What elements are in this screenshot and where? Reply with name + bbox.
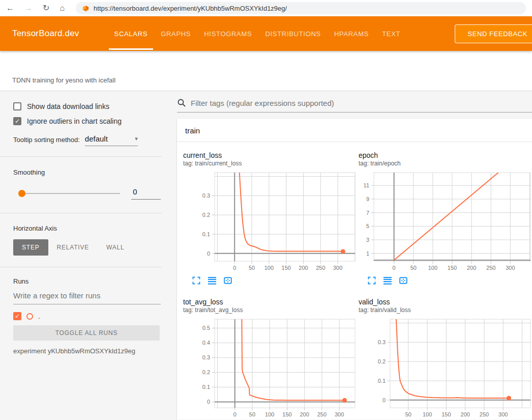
expand-chart-icon[interactable] [192, 276, 200, 285]
smoothing-value-input[interactable]: 0 [131, 187, 161, 200]
tooltip-sorting-label: Tooltip sorting method: [13, 136, 80, 146]
svg-text:200: 200 [461, 411, 470, 417]
svg-text:0.2: 0.2 [202, 212, 210, 218]
tooltip-sorting-select[interactable]: default ▾ [85, 134, 138, 146]
svg-text:50: 50 [249, 411, 255, 417]
svg-text:9: 9 [366, 196, 369, 202]
svg-text:150: 150 [282, 411, 291, 417]
svg-text:0.2: 0.2 [378, 358, 386, 365]
svg-text:0: 0 [233, 411, 237, 417]
smoothing-slider[interactable] [19, 193, 120, 194]
svg-text:0.1: 0.1 [378, 378, 386, 384]
svg-text:200: 200 [299, 265, 308, 271]
ignore-outliers-row[interactable]: ✓ Ignore outliers in chart scaling [13, 117, 161, 125]
chart-tag: tag: train/epoch [359, 160, 531, 167]
tab-distributions[interactable]: DISTRIBUTIONS [258, 16, 328, 51]
svg-text:0: 0 [207, 399, 210, 405]
brand-logo[interactable]: TensorBoard.dev [12, 29, 79, 39]
tab-graphs[interactable]: GRAPHS [154, 16, 197, 51]
smoothing-slider-thumb[interactable] [18, 190, 25, 197]
browser-home-icon[interactable]: ⌂ [60, 4, 65, 12]
chart-actions [192, 276, 356, 285]
tag-filter-input[interactable] [191, 99, 532, 107]
svg-text:50: 50 [405, 411, 411, 417]
svg-text:250: 250 [316, 265, 325, 271]
expand-chart-icon[interactable] [368, 276, 376, 285]
toggle-all-runs-button[interactable]: TOGGLE ALL RUNS [13, 325, 160, 341]
ignore-outliers-checkbox[interactable]: ✓ [13, 117, 21, 125]
svg-text:200: 200 [467, 265, 476, 271]
svg-text:0.3: 0.3 [378, 339, 386, 345]
svg-text:7: 7 [366, 210, 369, 216]
check-icon: ✓ [15, 313, 20, 319]
svg-text:11: 11 [364, 182, 369, 188]
chart-plot-epoch[interactable]: 0501001502002503001357911 [359, 172, 531, 271]
svg-text:100: 100 [423, 411, 432, 417]
axis-step-button[interactable]: STEP [13, 239, 48, 256]
chart-card-valid_loss: valid_losstag: train/valid_loss501001502… [359, 298, 531, 419]
run-checkbox[interactable]: ✓ [13, 312, 21, 320]
show-download-links-label: Show data download links [27, 102, 109, 110]
svg-text:0.2: 0.2 [202, 369, 210, 375]
svg-text:300: 300 [333, 265, 342, 271]
show-download-links-row[interactable]: Show data download links [13, 102, 161, 110]
fit-domain-icon[interactable] [399, 276, 407, 285]
svg-text:300: 300 [335, 411, 344, 417]
app-header: TensorBoard.dev SCALARS GRAPHS HISTOGRAM… [0, 16, 532, 51]
check-icon: ✓ [15, 118, 20, 124]
send-feedback-button[interactable]: SEND FEEDBACK [455, 24, 532, 43]
chart-plot-tot_avg_loss[interactable]: 05010015020025030000.10.20.30.40.5 [183, 318, 356, 418]
svg-text:1: 1 [366, 250, 369, 257]
tag-filter-row [177, 98, 532, 113]
charts-grid: current_losstag: train/current_loss05010… [177, 142, 532, 419]
svg-text:300: 300 [506, 265, 515, 271]
svg-text:0.5: 0.5 [202, 325, 210, 331]
svg-text:0.1: 0.1 [202, 384, 210, 390]
tab-text[interactable]: TEXT [375, 16, 407, 51]
axis-wall-button[interactable]: WALL [98, 239, 133, 256]
run-row[interactable]: ✓ . [13, 312, 161, 320]
tab-scalars[interactable]: SCALARS [108, 16, 155, 51]
chart-plot-current_loss[interactable]: 05010015020025030000.10.20.3 [183, 172, 356, 271]
svg-text:250: 250 [480, 411, 489, 417]
chart-tag: tag: train/current_loss [183, 160, 356, 167]
browser-reload-icon[interactable]: ↻ [43, 4, 49, 12]
fit-domain-icon[interactable] [224, 276, 232, 285]
url-text[interactable]: https://tensorboard.dev/experiment/yKUbh… [94, 5, 287, 12]
runs-label: Runs [13, 277, 161, 285]
train-group-header[interactable]: train [177, 119, 532, 142]
chevron-down-icon: ▾ [135, 135, 138, 142]
browser-back-icon[interactable]: ← [6, 4, 14, 12]
browser-forward-icon[interactable]: → [24, 4, 33, 12]
experiment-subtitle-band: TDNN training for yesno with icefall [0, 51, 532, 91]
horizontal-axis-label: Horizontal Axis [13, 225, 161, 232]
axis-relative-button[interactable]: RELATIVE [48, 239, 98, 256]
chart-card-epoch: epochtag: train/epoch0501001502002503001… [359, 151, 531, 285]
chart-title: valid_loss [359, 298, 531, 306]
train-group-card: train current_losstag: train/current_los… [177, 119, 532, 419]
chart-plot-valid_loss[interactable]: 5010015020025030000.10.20.3 [359, 318, 531, 418]
chart-title: tot_avg_loss [183, 298, 356, 306]
svg-text:150: 150 [282, 265, 291, 271]
log-scale-icon[interactable] [208, 276, 216, 285]
chart-card-tot_avg_loss: tot_avg_losstag: train/tot_avg_loss05010… [183, 298, 356, 419]
svg-text:250: 250 [486, 265, 495, 271]
tooltip-sorting-value: default [85, 134, 108, 143]
svg-text:100: 100 [264, 265, 274, 271]
show-download-links-checkbox[interactable] [13, 102, 21, 110]
svg-text:0.3: 0.3 [202, 354, 210, 360]
chart-actions [368, 276, 531, 285]
nav-tabs: SCALARS GRAPHS HISTOGRAMS DISTRIBUTIONS … [108, 16, 407, 51]
log-scale-icon[interactable] [383, 276, 392, 285]
address-bar[interactable]: https://tensorboard.dev/experiment/yKUbh… [76, 2, 526, 14]
svg-text:0: 0 [393, 265, 396, 271]
tab-hparams[interactable]: HPARAMS [328, 16, 375, 51]
tab-histograms[interactable]: HISTOGRAMS [197, 16, 258, 51]
smoothing-label: Smoothing [13, 169, 161, 176]
svg-text:3: 3 [366, 237, 369, 243]
svg-text:0: 0 [233, 265, 236, 271]
chart-tag: tag: train/valid_loss [359, 306, 531, 314]
runs-filter-input[interactable] [13, 291, 161, 304]
svg-text:150: 150 [441, 411, 451, 417]
svg-text:50: 50 [249, 265, 255, 271]
